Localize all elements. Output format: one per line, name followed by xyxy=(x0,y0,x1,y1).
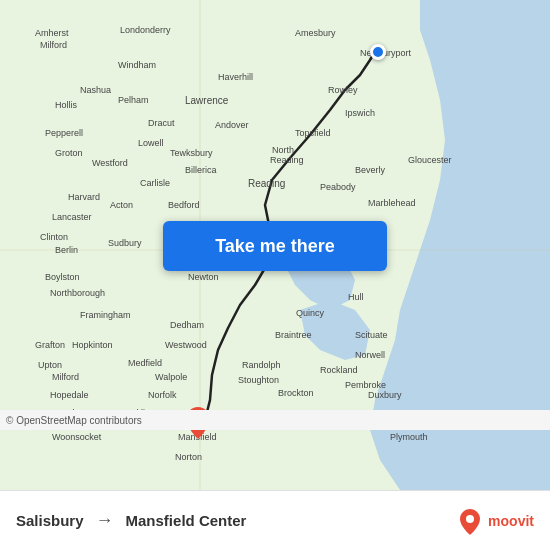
copyright-bar: © OpenStreetMap contributors xyxy=(0,410,550,430)
moovit-text: moovit xyxy=(488,513,534,529)
start-marker xyxy=(370,44,386,60)
bottom-bar: Salisbury → Mansfield Center moovit xyxy=(0,490,550,550)
arrow-icon: → xyxy=(96,510,114,531)
map-container: AmesburyNewburyportLondonderryAmherstMil… xyxy=(0,0,550,490)
take-me-there-button[interactable]: Take me there xyxy=(163,221,387,271)
destination-label: Mansfield Center xyxy=(126,512,247,529)
svg-point-8 xyxy=(466,515,474,523)
moovit-logo: moovit xyxy=(456,507,534,535)
copyright-text: © OpenStreetMap contributors xyxy=(6,415,142,426)
moovit-icon xyxy=(456,507,484,535)
origin-label: Salisbury xyxy=(16,512,84,529)
